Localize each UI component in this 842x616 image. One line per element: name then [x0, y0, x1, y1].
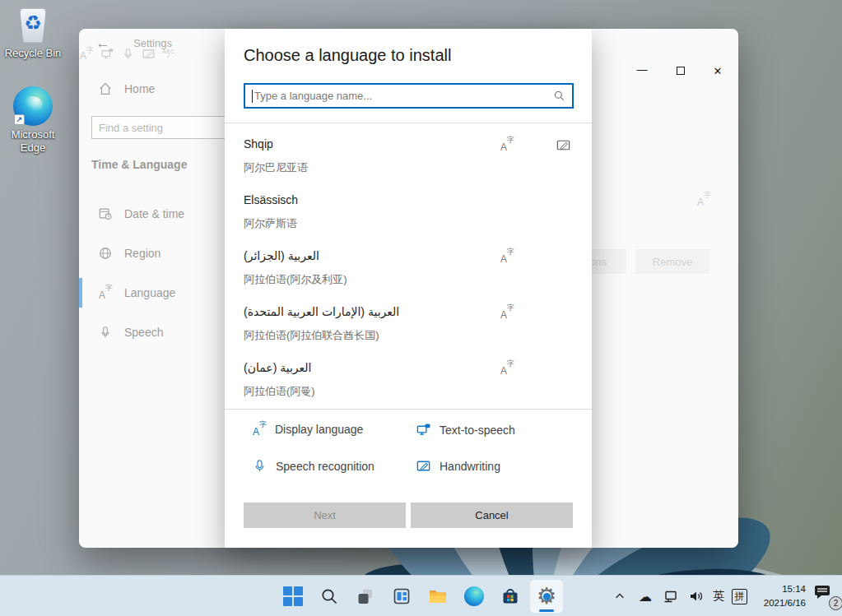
display-language-icon: A字 [500, 137, 514, 152]
legend-speech-recognition: Speech recognition [252, 458, 374, 474]
language-localized-name: 阿尔萨斯语 [244, 216, 297, 231]
text-caret [252, 90, 253, 103]
text-to-speech-icon [416, 422, 431, 438]
legend-display-language: A字 Display language [252, 422, 363, 437]
tray-chevron-button[interactable] [611, 585, 629, 608]
notification-badge: 2 [829, 596, 842, 610]
language-list-item[interactable]: العربية (الجزائر) 阿拉伯语(阿尔及利亚) A字 [225, 243, 592, 299]
language-name: العربية (الإمارات العربية المتحدة) [244, 305, 399, 318]
desktop-icon-label: Microsoft Edge [2, 128, 64, 155]
display-language-icon: A字 [500, 249, 514, 264]
maximize-button[interactable] [668, 60, 694, 81]
language-search-input[interactable]: Type a language name... [244, 83, 574, 109]
language-localized-name: 阿尔巴尼亚语 [244, 160, 308, 175]
onedrive-tray-icon[interactable]: ☁ [636, 585, 654, 608]
edge-icon: ↗ [13, 86, 53, 126]
language-name: Elsässisch [244, 193, 298, 206]
desktop-icon-recycle-bin[interactable]: ♻ Recycle Bin [2, 7, 64, 60]
speaker-icon [688, 588, 705, 604]
tray-time: 15:14 [755, 582, 806, 596]
handwriting-icon [556, 137, 571, 153]
notification-center-button[interactable]: 2 [813, 584, 841, 609]
network-tray-icon[interactable] [662, 585, 680, 608]
widgets-button[interactable] [385, 580, 418, 613]
display-language-icon: A字 [252, 422, 267, 437]
clock[interactable]: 15:14 2021/6/16 [755, 582, 806, 611]
divider [225, 409, 592, 410]
cancel-button[interactable]: Cancel [411, 503, 573, 528]
language-list-item[interactable]: Elsässisch 阿尔萨斯语 [225, 187, 592, 243]
display-language-icon: A字 [500, 305, 514, 320]
recycle-bin-icon: ♻ [14, 7, 52, 44]
taskbar: ⚙ ☁ 英 [0, 575, 842, 616]
volume-tray-icon[interactable] [687, 585, 705, 608]
language-list-item[interactable]: Shqip 阿尔巴尼亚语 A字 [225, 131, 592, 187]
language-list-item[interactable]: العربية (الإمارات العربية المتحدة) 阿拉伯语(… [225, 299, 592, 354]
divider [225, 123, 592, 123]
maximize-icon [677, 67, 685, 75]
language-localized-name: 阿拉伯语(阿尔及利亚) [244, 272, 347, 287]
close-button[interactable]: ✕ [705, 60, 731, 81]
gear-icon: ⚙ [535, 585, 558, 608]
language-name: Shqip [244, 137, 273, 151]
tray-date: 2021/6/16 [755, 596, 806, 610]
settings-button[interactable]: ⚙ [530, 580, 563, 613]
choose-language-dialog: Choose a language to install Type a lang… [225, 29, 592, 548]
language-localized-name: 阿拉伯语(阿拉伯联合酋长国) [244, 328, 379, 343]
folder-icon [427, 586, 449, 607]
file-explorer-button[interactable] [421, 580, 454, 613]
edge-button[interactable] [458, 580, 491, 613]
next-button[interactable]: Next [244, 503, 406, 528]
dialog-title: Choose a language to install [244, 46, 451, 65]
search-icon [319, 586, 339, 606]
search-placeholder: Type a language name... [254, 90, 553, 102]
desktop-icon-label: Recycle Bin [2, 47, 64, 60]
widgets-icon [392, 586, 412, 606]
search-button[interactable] [313, 580, 346, 613]
ime-mode-button[interactable]: 拼 [732, 589, 747, 604]
network-icon [663, 588, 679, 604]
legend-text-to-speech: Text-to-speech [416, 422, 515, 438]
language-list-item[interactable]: العربية (عمان) 阿拉伯语(阿曼) A字 [225, 354, 592, 410]
legend-handwriting: Handwriting [416, 458, 500, 474]
handwriting-icon [416, 458, 431, 474]
language-name: العربية (عمان) [244, 361, 311, 374]
ime-language-button[interactable]: 英 [713, 589, 724, 604]
task-view-button[interactable] [349, 580, 382, 613]
desktop-icon-edge[interactable]: ↗ Microsoft Edge [2, 86, 64, 155]
language-name: العربية (الجزائر) [244, 249, 319, 262]
shortcut-arrow-icon: ↗ [14, 114, 25, 125]
store-icon [500, 586, 521, 607]
minimize-button[interactable]: — [629, 58, 655, 80]
chevron-up-icon [614, 591, 626, 602]
windows-logo-icon [283, 586, 303, 606]
display-language-icon: A字 [500, 361, 514, 376]
store-button[interactable] [494, 580, 527, 613]
language-localized-name: 阿拉伯语(阿曼) [244, 384, 315, 399]
desktop: ♻ Recycle Bin ↗ Microsoft Edge ← Setting… [0, 0, 842, 616]
task-view-icon [356, 586, 375, 606]
edge-icon [464, 586, 484, 606]
start-button[interactable] [277, 580, 309, 613]
speech-recognition-icon [252, 458, 267, 474]
search-icon [553, 90, 565, 102]
